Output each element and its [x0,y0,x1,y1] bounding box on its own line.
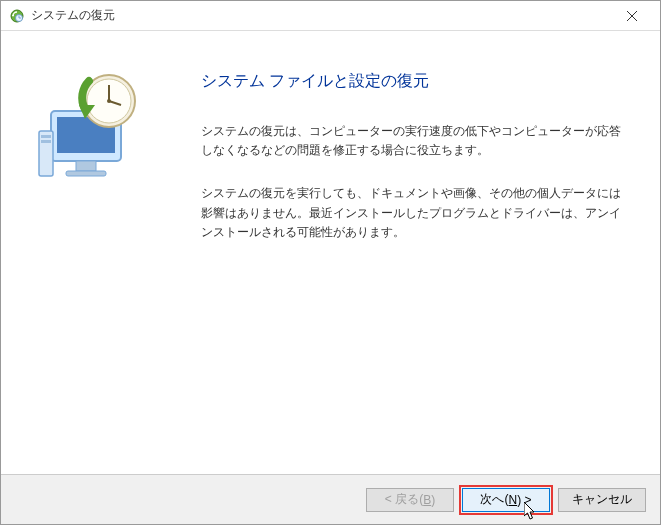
restore-illustration [31,61,151,181]
back-button: < 戻る(B) [366,488,454,512]
svg-rect-10 [66,171,106,176]
titlebar: システムの復元 [1,1,660,31]
app-icon [9,8,25,24]
sidebar [1,31,181,474]
svg-point-18 [107,99,111,103]
description-1: システムの復元は、コンピューターの実行速度の低下やコンピューターが応答しなくなる… [201,122,630,160]
content-area: システム ファイルと設定の復元 システムの復元は、コンピューターの実行速度の低下… [1,31,660,474]
footer: < 戻る(B) 次へ(N) > キャンセル [1,474,660,524]
close-icon [627,11,637,21]
system-restore-window: システムの復元 [0,0,661,525]
window-title: システムの復元 [31,7,612,24]
svg-rect-13 [41,140,51,143]
main-panel: システム ファイルと設定の復元 システムの復元は、コンピューターの実行速度の低下… [181,31,660,474]
page-heading: システム ファイルと設定の復元 [201,71,630,92]
svg-rect-12 [41,135,51,138]
svg-rect-9 [76,161,96,171]
close-button[interactable] [612,2,652,30]
next-button[interactable]: 次へ(N) > [462,488,550,512]
cancel-button[interactable]: キャンセル [558,488,646,512]
description-2: システムの復元を実行しても、ドキュメントや画像、その他の個人データには影響はあり… [201,184,630,242]
